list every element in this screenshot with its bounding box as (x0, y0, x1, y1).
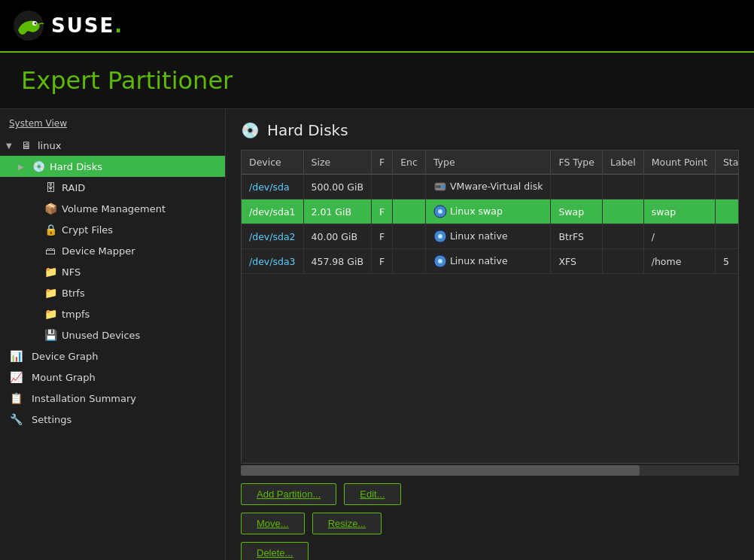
sidebar-item-volume-management[interactable]: 📦 Volume Management (0, 198, 225, 219)
disk-drive-icon (433, 180, 447, 193)
table-cell (393, 175, 426, 199)
sidebar-item-label: Volume Management (62, 203, 166, 215)
table-cell: /dev/sda (242, 175, 303, 199)
sidebar-item-label: Crypt Files (62, 224, 113, 236)
table-cell (715, 175, 739, 199)
tmpfs-icon: 📁 (44, 307, 57, 321)
sidebar-item-device-mapper[interactable]: 🗃 Device Mapper (0, 240, 225, 261)
sidebar-item-settings[interactable]: 🔧 Settings (0, 409, 225, 430)
content-title: Hard Disks (267, 121, 348, 139)
sidebar-item-unused-devices[interactable]: 💾 Unused Devices (0, 324, 225, 345)
svg-point-2 (35, 23, 37, 25)
disk-row-icon (433, 254, 447, 268)
disk-row-icon (433, 230, 447, 243)
col-enc: Enc (393, 151, 426, 175)
sidebar-item-nfs[interactable]: 📁 NFS (0, 261, 225, 282)
graph-icon: 📊 (9, 349, 23, 363)
col-device: Device (242, 151, 303, 175)
sidebar-item-hard-disks[interactable]: ▶ 💿 Hard Disks (0, 156, 225, 177)
table-cell: 457.98 GiB (303, 249, 371, 274)
table-cell (603, 175, 644, 199)
button-row-1: Add Partition... Edit... (241, 483, 739, 505)
table-cell (715, 224, 739, 249)
table-cell (371, 175, 392, 199)
table-cell: /dev/sda3 (242, 249, 303, 274)
sidebar-item-btrfs[interactable]: 📁 Btrfs (0, 282, 225, 303)
table-cell: Linux swap (425, 199, 551, 224)
resize-button[interactable]: Resize... (312, 513, 382, 534)
add-partition-button[interactable]: Add Partition... (241, 483, 336, 505)
page-title: Expert Partitioner (21, 66, 233, 95)
nfs-icon: 📁 (44, 265, 57, 278)
table-header-row: Device Size F Enc Type FS Type Label Mou… (242, 151, 739, 175)
sidebar-item-label: NFS (62, 266, 81, 278)
button-row-2: Move... Resize... (241, 513, 739, 534)
sidebar-item-raid[interactable]: 🗄 RAID (0, 177, 225, 198)
device-mapper-icon: 🗃 (44, 244, 57, 257)
table-cell: F (371, 224, 392, 249)
table-cell (393, 224, 426, 249)
sidebar-item-tmpfs[interactable]: 📁 tmpfs (0, 303, 225, 324)
delete-button[interactable]: Delete... (241, 542, 309, 560)
table-cell: /dev/sda1 (242, 199, 303, 224)
topbar: SUSE. (0, 0, 754, 53)
table-cell: Swap (551, 199, 603, 224)
svg-point-14 (439, 260, 441, 262)
table-cell (393, 199, 426, 224)
sidebar-item-mount-graph[interactable]: 📈 Mount Graph (0, 367, 225, 388)
table-row[interactable]: /dev/sda500.00 GiB VMware-Virtual disk (242, 175, 739, 199)
horizontal-scrollbar[interactable] (241, 465, 739, 476)
sidebar-item-label: RAID (62, 182, 85, 193)
table-cell: F (371, 199, 392, 224)
disk-table-body: /dev/sda500.00 GiB VMware-Virtual disk/d… (242, 175, 739, 274)
disk-row-icon (433, 205, 447, 218)
sidebar-item-linux[interactable]: ▼ 🖥 linux (0, 135, 225, 156)
sidebar-item-device-graph[interactable]: 📊 Device Graph (0, 345, 225, 367)
col-f: F (371, 151, 392, 175)
table-cell: XFS (551, 249, 603, 274)
table-cell: swap (643, 199, 715, 224)
table-row[interactable]: /dev/sda12.01 GiBF Linux swapSwapswap (242, 199, 739, 224)
content-area: 💿 Hard Disks Device Size F Enc Type FS T… (226, 109, 754, 560)
settings-icon: 🔧 (9, 412, 23, 426)
sidebar-item-label: Installation Summary (32, 393, 136, 404)
sidebar-item-label: linux (38, 140, 61, 151)
expand-icon: ▼ (6, 142, 15, 150)
page-title-bar: Expert Partitioner (0, 53, 754, 109)
table-row[interactable]: /dev/sda240.00 GiBF Linux nativeBtrFS/ (242, 224, 739, 249)
col-mount-point: Mount Point (643, 151, 715, 175)
disk-table: Device Size F Enc Type FS Type Label Mou… (242, 151, 739, 274)
sidebar-item-crypt-files[interactable]: 🔒 Crypt Files (0, 219, 225, 240)
table-row[interactable]: /dev/sda3457.98 GiBF Linux nativeXFS/hom… (242, 249, 739, 274)
table-cell: BtrFS (551, 224, 603, 249)
sidebar-item-label: Device Mapper (62, 245, 135, 257)
sidebar-item-installation-summary[interactable]: 📋 Installation Summary (0, 388, 225, 409)
button-row-3: Delete... (241, 542, 739, 560)
table-cell: 5 (715, 249, 739, 274)
table-cell (551, 175, 603, 199)
table-cell (643, 175, 715, 199)
svg-point-11 (439, 236, 441, 237)
sidebar-item-label: Mount Graph (32, 372, 96, 383)
svg-rect-5 (436, 185, 441, 188)
disk-table-container: Device Size F Enc Type FS Type Label Mou… (241, 150, 739, 464)
col-size: Size (303, 151, 371, 175)
col-type: Type (425, 151, 551, 175)
table-cell: F (371, 249, 392, 274)
table-cell: Linux native (425, 224, 551, 249)
mount-icon: 📈 (9, 370, 23, 384)
sidebar-item-label: Settings (32, 414, 71, 425)
volume-icon: 📦 (44, 202, 57, 215)
move-button[interactable]: Move... (241, 513, 305, 534)
table-cell: / (643, 224, 715, 249)
sidebar-item-label: Hard Disks (50, 161, 102, 172)
summary-icon: 📋 (9, 391, 23, 405)
edit-button[interactable]: Edit... (344, 483, 400, 505)
expand-icon: ▶ (18, 163, 27, 171)
table-cell: 40.00 GiB (303, 224, 371, 249)
suse-chameleon-icon (12, 9, 45, 42)
sidebar-item-label: Btrfs (62, 288, 85, 299)
table-cell: Linux native (425, 249, 551, 274)
table-cell: 500.00 GiB (303, 175, 371, 199)
disk-icon: 💿 (32, 160, 45, 173)
